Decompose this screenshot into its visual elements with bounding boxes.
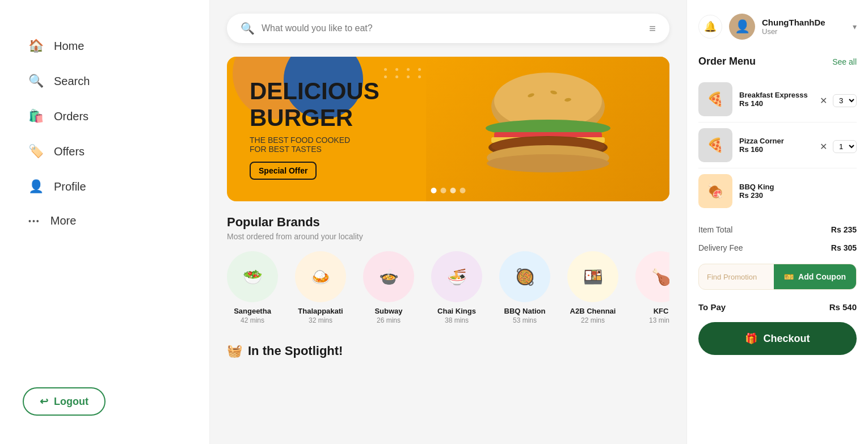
brand-image: 🥘 <box>499 251 550 302</box>
coupon-icon: 🎫 <box>784 272 794 281</box>
user-role: User <box>762 27 846 36</box>
sidebar-item-more[interactable]: ••• More <box>0 204 209 238</box>
sidebar-item-label: Orders <box>54 110 89 123</box>
brand-time: 13 mins <box>649 316 669 324</box>
search-input[interactable] <box>262 23 642 33</box>
popular-brands-subtitle: Most ordered from around your locality <box>227 232 669 241</box>
brand-name: Subway <box>374 307 402 315</box>
svg-point-11 <box>487 154 609 172</box>
banner-content: DELICIOUS BURGER THE BEST FOOD COOKED FO… <box>227 61 402 196</box>
item-total-label: Item Total <box>698 225 732 234</box>
order-menu-title: Order Menu <box>698 56 756 67</box>
logout-button[interactable]: ↩ Logout <box>23 387 106 416</box>
order-item-controls: ✕ 3 1 2 4 <box>817 94 857 107</box>
to-pay-amount: Rs 540 <box>829 302 857 312</box>
to-pay-label: To Pay <box>698 302 726 312</box>
order-item-breakfast: 🍕 Breakfast Expresss Rs 140 ✕ 3 1 2 4 <box>698 77 857 122</box>
brand-image: 🍜 <box>431 251 482 302</box>
more-icon: ••• <box>28 217 40 226</box>
sidebar-nav: 🏠 Home 🔍 Search 🛍️ Orders 🏷️ Offers 👤 Pr… <box>0 17 209 376</box>
brand-time: 22 mins <box>581 316 605 324</box>
notification-button[interactable]: 🔔 <box>698 15 722 39</box>
brand-kfc[interactable]: 🍗 KFC 13 mins <box>635 251 669 324</box>
remove-item-button[interactable]: ✕ <box>817 140 829 153</box>
see-all-link[interactable]: See all <box>832 57 857 66</box>
sidebar: 🏠 Home 🔍 Search 🛍️ Orders 🏷️ Offers 👤 Pr… <box>0 0 210 444</box>
banner-offer-badge: Special Offer <box>250 162 317 180</box>
sidebar-logout: ↩ Logout <box>0 376 209 427</box>
quantity-select[interactable]: 1 2 3 <box>833 140 857 153</box>
order-item-image: 🍕 <box>698 82 732 116</box>
brand-image: 🥗 <box>227 251 278 302</box>
order-item-info: Breakfast Expresss Rs 140 <box>739 91 810 108</box>
order-item-image: 🍕 <box>698 128 732 162</box>
brand-bbq-nation[interactable]: 🥘 BBQ Nation 53 mins <box>499 251 550 324</box>
profile-icon: 👤 <box>28 179 44 194</box>
order-item-image: 🍖 <box>698 174 732 208</box>
logout-icon: ↩ <box>40 395 48 408</box>
dot-4[interactable] <box>460 188 466 193</box>
remove-item-button[interactable]: ✕ <box>817 94 829 107</box>
add-coupon-label: Add Coupon <box>798 272 846 281</box>
user-info: ChungThanhDe User <box>762 18 846 36</box>
user-name: ChungThanhDe <box>762 18 846 27</box>
brand-subway[interactable]: 🍲 Subway 26 mins <box>363 251 414 324</box>
checkout-button[interactable]: 🎁 Checkout <box>698 322 857 355</box>
banner-food-image <box>426 57 669 201</box>
delivery-fee-row: Delivery Fee Rs 305 <box>698 239 857 257</box>
order-item-price: Rs 230 <box>739 191 857 200</box>
add-coupon-button[interactable]: 🎫 Add Coupon <box>774 264 856 289</box>
order-item-name: Pizza Corner <box>739 137 810 145</box>
coupon-row: Find Promotion 🎫 Add Coupon <box>698 264 857 290</box>
banner-title: DELICIOUS BURGER <box>250 78 380 130</box>
brand-image: 🍗 <box>635 251 669 302</box>
brand-time: 38 mins <box>445 316 469 324</box>
quantity-select[interactable]: 3 1 2 4 <box>833 94 857 107</box>
sidebar-item-profile[interactable]: 👤 Profile <box>0 169 209 204</box>
brand-image: 🍛 <box>295 251 346 302</box>
home-icon: 🏠 <box>28 39 44 53</box>
sidebar-item-label: Search <box>54 75 90 88</box>
brand-thalappakati[interactable]: 🍛 Thalappakati 32 mins <box>295 251 346 324</box>
main-content: 🔍 ≡ DEL <box>210 0 686 444</box>
sidebar-item-home[interactable]: 🏠 Home <box>0 28 209 64</box>
chevron-down-icon[interactable]: ▾ <box>853 22 857 31</box>
order-items-list: 🍕 Breakfast Expresss Rs 140 ✕ 3 1 2 4 🍕 … <box>698 77 857 214</box>
brand-sangeetha[interactable]: 🥗 Sangeetha 42 mins <box>227 251 278 324</box>
checkout-label: Checkout <box>763 333 810 345</box>
filter-icon[interactable]: ≡ <box>649 22 656 35</box>
avatar: 👤 <box>729 14 755 40</box>
order-item-controls: ✕ 1 2 3 <box>817 140 857 153</box>
brands-list: 🥗 Sangeetha 42 mins 🍛 Thalappakati 32 mi… <box>227 251 669 330</box>
brand-time: 53 mins <box>513 316 537 324</box>
search-bar: 🔍 ≡ <box>227 14 669 43</box>
brand-image: 🍱 <box>567 251 618 302</box>
find-promotion-label: Find Promotion <box>699 265 769 289</box>
order-item-price: Rs 140 <box>739 99 810 108</box>
burger-illustration <box>469 61 627 197</box>
popular-brands-title: Popular Brands <box>227 215 669 230</box>
brand-a2b-chennai[interactable]: 🍱 A2B Chennai 22 mins <box>567 251 618 324</box>
to-pay-row: To Pay Rs 540 <box>698 297 857 318</box>
brand-name: KFC <box>654 307 669 315</box>
orders-icon: 🛍️ <box>28 109 44 124</box>
order-item-name: BBQ King <box>739 183 857 191</box>
sidebar-item-offers[interactable]: 🏷️ Offers <box>0 134 209 169</box>
sidebar-item-label: Home <box>54 40 84 53</box>
order-item-name: Breakfast Expresss <box>739 91 810 99</box>
brand-name: Thalappakati <box>298 307 343 315</box>
sidebar-item-orders[interactable]: 🛍️ Orders <box>0 99 209 134</box>
sidebar-item-label: Profile <box>54 180 86 193</box>
brand-chai-kings[interactable]: 🍜 Chai Kings 38 mins <box>431 251 482 324</box>
delivery-fee-amount: Rs 305 <box>831 243 857 252</box>
user-header: 🔔 👤 ChungThanhDe User ▾ <box>698 14 857 40</box>
sidebar-item-label: Offers <box>54 145 85 158</box>
popular-brands-section: Popular Brands Most ordered from around … <box>227 215 669 330</box>
dot-2[interactable] <box>441 188 446 193</box>
hero-banner: DELICIOUS BURGER THE BEST FOOD COOKED FO… <box>227 57 669 201</box>
sidebar-item-label: More <box>50 214 77 227</box>
dot-1[interactable] <box>431 188 437 193</box>
item-total-row: Item Total Rs 235 <box>698 221 857 239</box>
sidebar-item-search[interactable]: 🔍 Search <box>0 64 209 99</box>
dot-3[interactable] <box>450 188 456 193</box>
